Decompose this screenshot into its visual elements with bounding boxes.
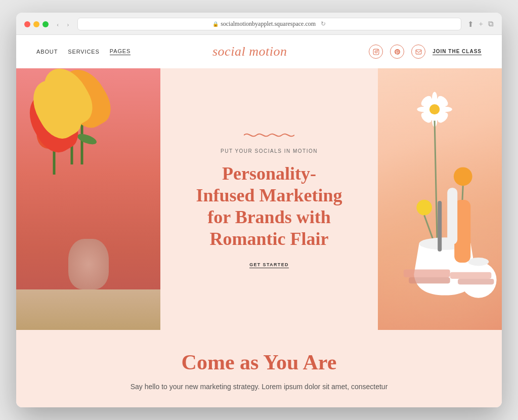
come-subtitle: Say hello to your new marketing strategy… <box>36 382 482 392</box>
svg-rect-33 <box>450 272 492 278</box>
svg-point-24 <box>416 199 432 215</box>
lock-icon: 🔒 <box>212 21 219 27</box>
svg-point-28 <box>419 237 470 250</box>
come-as-you-are-title: Come as You Are <box>36 350 482 374</box>
url-text: socialmotionbyapplet.squarespace.com <box>221 20 316 28</box>
hero-section: PUT YOUR SOCIALS IN MOTION Personality-I… <box>16 68 502 330</box>
hero-right-image <box>378 68 502 330</box>
svg-point-30 <box>468 258 489 266</box>
svg-point-1 <box>375 51 377 53</box>
nav-left: ABOUT SERVICES PAGES <box>36 48 131 55</box>
svg-point-12 <box>76 132 98 147</box>
nav-services[interactable]: SERVICES <box>68 49 99 55</box>
svg-point-11 <box>56 136 78 153</box>
windows-icon[interactable]: ⧉ <box>488 20 494 29</box>
join-class-button[interactable]: JOIN THE CLASS <box>433 49 482 55</box>
svg-point-2 <box>377 50 378 50</box>
maximize-button[interactable] <box>42 21 49 27</box>
nav-about[interactable]: ABOUT <box>36 49 58 55</box>
browser-controls: ‹ › <box>55 19 71 29</box>
website: ABOUT SERVICES PAGES social motion <box>16 35 502 407</box>
share-icon[interactable]: ⬆ <box>467 20 474 29</box>
svg-point-14 <box>429 104 440 114</box>
email-icon[interactable] <box>411 45 425 59</box>
traffic-lights <box>24 21 49 27</box>
svg-rect-31 <box>404 269 450 277</box>
pinterest-icon[interactable] <box>390 45 404 59</box>
instagram-icon[interactable] <box>369 45 383 59</box>
get-started-button[interactable]: GET STARTED <box>249 262 289 268</box>
browser-actions: ⬆ + ⧉ <box>467 20 494 29</box>
svg-point-15 <box>432 92 437 104</box>
svg-rect-34 <box>458 279 494 284</box>
navigation: ABOUT SERVICES PAGES social motion <box>16 35 502 68</box>
back-button[interactable]: ‹ <box>55 19 61 29</box>
hero-subtitle: PUT YOUR SOCIALS IN MOTION <box>221 148 318 154</box>
svg-line-26 <box>460 186 463 243</box>
browser-chrome: ‹ › 🔒 socialmotionbyapplet.squarespace.c… <box>16 13 502 35</box>
squiggle-decoration <box>244 130 294 140</box>
svg-rect-0 <box>373 49 379 55</box>
site-title: social motion <box>212 44 287 59</box>
svg-point-18 <box>440 107 452 112</box>
address-bar[interactable]: 🔒 socialmotionbyapplet.squarespace.com ↻ <box>77 18 461 30</box>
refresh-icon[interactable]: ↻ <box>321 20 326 28</box>
forward-button[interactable]: › <box>65 19 71 29</box>
nav-pages[interactable]: PAGES <box>110 48 131 55</box>
svg-rect-3 <box>416 50 421 54</box>
svg-line-25 <box>435 120 437 243</box>
nav-right: JOIN THE CLASS <box>369 45 482 59</box>
minimize-button[interactable] <box>33 21 39 27</box>
bottom-section: Come as You Are Say hello to your new ma… <box>16 330 502 407</box>
hero-center: PUT YOUR SOCIALS IN MOTION Personality-I… <box>160 68 378 330</box>
hero-left-image <box>16 68 160 330</box>
svg-point-17 <box>417 107 429 112</box>
browser-window: ‹ › 🔒 socialmotionbyapplet.squarespace.c… <box>16 13 502 407</box>
hero-title: Personality-Infused Marketingfor Brands … <box>196 163 342 250</box>
svg-rect-32 <box>409 277 450 283</box>
close-button[interactable] <box>24 21 30 27</box>
new-tab-icon[interactable]: + <box>479 20 483 29</box>
svg-point-23 <box>454 167 472 186</box>
